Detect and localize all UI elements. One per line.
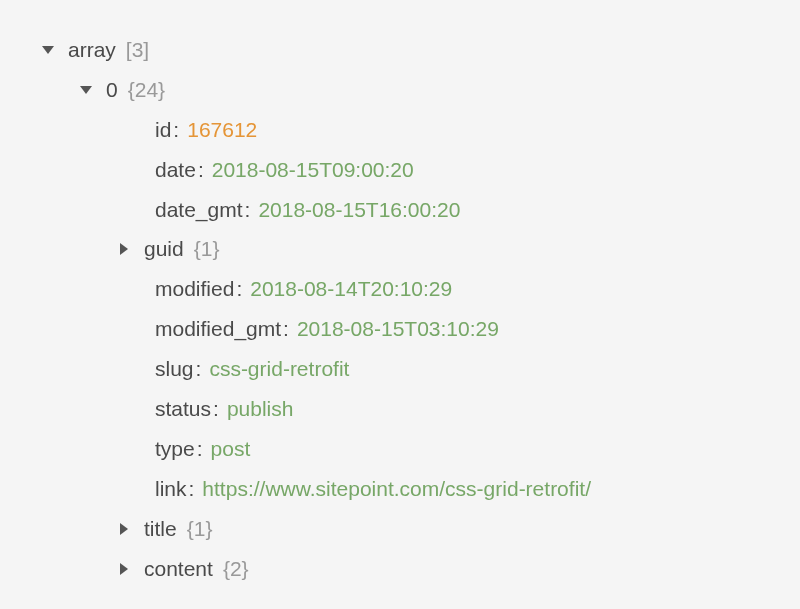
leaf-key: type bbox=[155, 429, 195, 469]
leaf-value: https://www.sitepoint.com/css-grid-retro… bbox=[202, 469, 591, 509]
node-key: guid bbox=[144, 229, 184, 269]
chevron-right-icon bbox=[120, 563, 128, 575]
leaf-key: date_gmt bbox=[155, 190, 243, 230]
chevron-right-icon bbox=[120, 523, 128, 535]
node-count: {1} bbox=[194, 229, 220, 269]
tree-leaf-date[interactable]: date : 2018-08-15T09:00:20 bbox=[42, 150, 800, 190]
tree-node-title[interactable]: title {1} bbox=[42, 509, 800, 549]
tree-leaf-id[interactable]: id : 167612 bbox=[42, 110, 800, 150]
colon: : bbox=[236, 269, 242, 309]
node-count: {2} bbox=[223, 549, 249, 589]
chevron-right-icon bbox=[120, 243, 128, 255]
colon: : bbox=[196, 349, 202, 389]
leaf-value: 167612 bbox=[187, 110, 257, 150]
leaf-value: publish bbox=[227, 389, 294, 429]
tree-leaf-link[interactable]: link : https://www.sitepoint.com/css-gri… bbox=[42, 469, 800, 509]
node-key: array bbox=[68, 30, 116, 70]
tree-leaf-slug[interactable]: slug : css-grid-retrofit bbox=[42, 349, 800, 389]
tree-leaf-status[interactable]: status : publish bbox=[42, 389, 800, 429]
chevron-down-icon bbox=[42, 46, 54, 54]
tree-node-content[interactable]: content {2} bbox=[42, 549, 800, 589]
tree-leaf-type[interactable]: type : post bbox=[42, 429, 800, 469]
leaf-key: status bbox=[155, 389, 211, 429]
node-key: 0 bbox=[106, 70, 118, 110]
leaf-value: css-grid-retrofit bbox=[209, 349, 349, 389]
tree-node-array[interactable]: array [3] bbox=[42, 30, 800, 70]
leaf-key: date bbox=[155, 150, 196, 190]
node-key: content bbox=[144, 549, 213, 589]
colon: : bbox=[197, 429, 203, 469]
leaf-value: 2018-08-15T09:00:20 bbox=[212, 150, 414, 190]
colon: : bbox=[213, 389, 219, 429]
tree-node-guid[interactable]: guid {1} bbox=[42, 229, 800, 269]
leaf-key: modified_gmt bbox=[155, 309, 281, 349]
leaf-key: id bbox=[155, 110, 171, 150]
leaf-value: 2018-08-15T03:10:29 bbox=[297, 309, 499, 349]
tree-leaf-modified-gmt[interactable]: modified_gmt : 2018-08-15T03:10:29 bbox=[42, 309, 800, 349]
tree-leaf-modified[interactable]: modified : 2018-08-14T20:10:29 bbox=[42, 269, 800, 309]
leaf-value: 2018-08-14T20:10:29 bbox=[250, 269, 452, 309]
tree-node-index-0[interactable]: 0 {24} bbox=[42, 70, 800, 110]
node-count: [3] bbox=[126, 30, 149, 70]
leaf-key: slug bbox=[155, 349, 194, 389]
node-count: {24} bbox=[128, 70, 165, 110]
node-count: {1} bbox=[187, 509, 213, 549]
node-key: title bbox=[144, 509, 177, 549]
leaf-value: 2018-08-15T16:00:20 bbox=[258, 190, 460, 230]
colon: : bbox=[189, 469, 195, 509]
leaf-key: modified bbox=[155, 269, 234, 309]
json-tree-viewer: array [3] 0 {24} id : 167612 date : 2018… bbox=[42, 30, 800, 588]
tree-leaf-date-gmt[interactable]: date_gmt : 2018-08-15T16:00:20 bbox=[42, 190, 800, 230]
leaf-value: post bbox=[211, 429, 251, 469]
colon: : bbox=[198, 150, 204, 190]
colon: : bbox=[173, 110, 179, 150]
colon: : bbox=[283, 309, 289, 349]
colon: : bbox=[245, 190, 251, 230]
chevron-down-icon bbox=[80, 86, 92, 94]
leaf-key: link bbox=[155, 469, 187, 509]
